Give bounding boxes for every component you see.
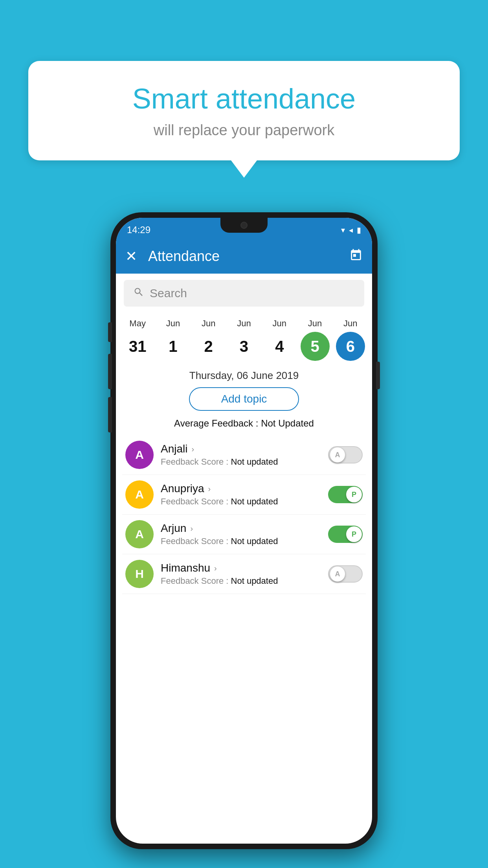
date-col-2[interactable]: Jun2 bbox=[191, 318, 226, 361]
date-month-6: Jun bbox=[343, 318, 357, 329]
student-row-2[interactable]: AArjun ›Feedback Score : Not updatedP bbox=[122, 515, 366, 554]
date-month-0: May bbox=[129, 318, 146, 329]
student-feedback-1: Feedback Score : Not updated bbox=[161, 497, 324, 507]
toggle-container-1[interactable]: P bbox=[328, 486, 363, 503]
student-avatar-2: A bbox=[125, 520, 154, 548]
toggle-container-0[interactable]: A bbox=[328, 446, 363, 463]
student-info-2: Arjun ›Feedback Score : Not updated bbox=[161, 522, 324, 546]
battery-icon: ▮ bbox=[357, 225, 361, 235]
close-button[interactable]: ✕ bbox=[125, 248, 137, 265]
toggle-knob-1: P bbox=[346, 487, 362, 502]
date-day-3[interactable]: 3 bbox=[229, 332, 259, 361]
student-info-3: Himanshu ›Feedback Score : Not updated bbox=[161, 562, 324, 586]
volume-up-button bbox=[108, 354, 112, 389]
date-col-0[interactable]: May31 bbox=[120, 318, 155, 361]
date-day-2[interactable]: 2 bbox=[194, 332, 223, 361]
student-name-3: Himanshu › bbox=[161, 562, 324, 574]
phone-screen: 14:29 ▾ ◂ ▮ ✕ Attendance S bbox=[116, 218, 372, 844]
avg-feedback-label: Average Feedback : bbox=[174, 418, 261, 428]
date-strip: May31Jun1Jun2Jun3Jun4Jun5Jun6 bbox=[116, 313, 372, 361]
date-col-4[interactable]: Jun4 bbox=[262, 318, 297, 361]
student-feedback-0: Feedback Score : Not updated bbox=[161, 457, 324, 467]
side-button-top bbox=[108, 322, 112, 342]
toggle-container-3[interactable]: A bbox=[328, 565, 363, 583]
attendance-toggle-2[interactable]: P bbox=[328, 526, 363, 543]
student-avatar-3: H bbox=[125, 560, 154, 588]
student-name-1: Anupriya › bbox=[161, 482, 324, 495]
search-placeholder: Search bbox=[150, 287, 187, 300]
student-avatar-0: A bbox=[125, 441, 154, 469]
date-col-6[interactable]: Jun6 bbox=[333, 318, 368, 361]
phone-notch bbox=[220, 218, 268, 233]
toggle-container-2[interactable]: P bbox=[328, 526, 363, 543]
student-info-1: Anupriya ›Feedback Score : Not updated bbox=[161, 482, 324, 507]
student-feedback-2: Feedback Score : Not updated bbox=[161, 536, 324, 546]
selected-date-label: Thursday, 06 June 2019 bbox=[116, 370, 372, 382]
date-col-3[interactable]: Jun3 bbox=[227, 318, 261, 361]
speech-bubble: Smart attendance will replace your paper… bbox=[28, 61, 460, 160]
date-day-0[interactable]: 31 bbox=[123, 332, 152, 361]
student-name-0: Anjali › bbox=[161, 443, 324, 455]
toggle-knob-0: A bbox=[330, 447, 345, 463]
front-camera bbox=[240, 222, 248, 229]
add-topic-button[interactable]: Add topic bbox=[189, 387, 299, 411]
attendance-toggle-0[interactable]: A bbox=[328, 446, 363, 463]
student-row-1[interactable]: AAnupriya ›Feedback Score : Not updatedP bbox=[122, 475, 366, 515]
toggle-knob-3: A bbox=[330, 566, 345, 582]
avg-feedback-value: Not Updated bbox=[261, 418, 314, 428]
search-icon bbox=[133, 287, 144, 300]
signal-icon: ◂ bbox=[349, 225, 353, 235]
date-day-5[interactable]: 5 bbox=[301, 332, 330, 361]
volume-down-button bbox=[108, 397, 112, 432]
phone-frame: 14:29 ▾ ◂ ▮ ✕ Attendance S bbox=[110, 212, 378, 849]
date-day-6[interactable]: 6 bbox=[336, 332, 365, 361]
student-row-3[interactable]: HHimanshu ›Feedback Score : Not updatedA bbox=[122, 554, 366, 594]
attendance-toggle-1[interactable]: P bbox=[328, 486, 363, 503]
app-bar: ✕ Attendance bbox=[116, 239, 372, 274]
student-avatar-1: A bbox=[125, 480, 154, 509]
student-name-2: Arjun › bbox=[161, 522, 324, 535]
wifi-icon: ▾ bbox=[341, 225, 345, 235]
date-day-4[interactable]: 4 bbox=[265, 332, 294, 361]
date-month-1: Jun bbox=[166, 318, 180, 329]
date-month-2: Jun bbox=[202, 318, 215, 329]
date-day-1[interactable]: 1 bbox=[158, 332, 187, 361]
student-feedback-3: Feedback Score : Not updated bbox=[161, 576, 324, 586]
student-list: AAnjali ›Feedback Score : Not updatedAAA… bbox=[116, 435, 372, 594]
date-month-5: Jun bbox=[308, 318, 322, 329]
date-col-1[interactable]: Jun1 bbox=[156, 318, 190, 361]
search-bar[interactable]: Search bbox=[124, 280, 364, 307]
date-month-4: Jun bbox=[273, 318, 286, 329]
student-row-0[interactable]: AAnjali ›Feedback Score : Not updatedA bbox=[122, 435, 366, 475]
avg-feedback: Average Feedback : Not Updated bbox=[116, 418, 372, 429]
calendar-icon[interactable] bbox=[349, 248, 363, 265]
student-info-0: Anjali ›Feedback Score : Not updated bbox=[161, 443, 324, 467]
attendance-toggle-3[interactable]: A bbox=[328, 565, 363, 583]
speech-bubble-title: Smart attendance bbox=[52, 83, 436, 115]
toggle-knob-2: P bbox=[346, 526, 362, 542]
speech-bubble-subtitle: will replace your paperwork bbox=[52, 122, 436, 139]
app-bar-title: Attendance bbox=[148, 248, 349, 265]
status-icons: ▾ ◂ ▮ bbox=[341, 225, 361, 235]
date-month-3: Jun bbox=[237, 318, 251, 329]
date-col-5[interactable]: Jun5 bbox=[298, 318, 332, 361]
status-time: 14:29 bbox=[127, 224, 150, 235]
power-button bbox=[376, 362, 380, 389]
